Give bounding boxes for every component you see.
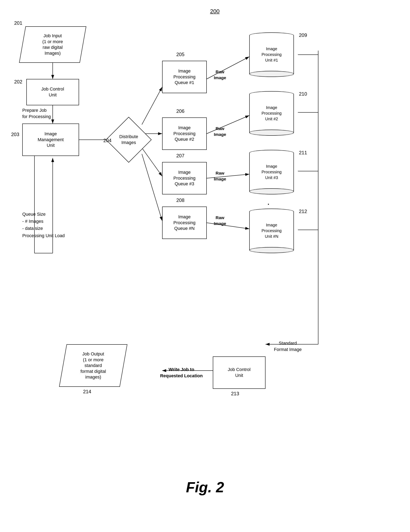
job-control-bottom-label: Job ControlUnit	[228, 367, 251, 378]
ref-206: 206	[176, 108, 185, 114]
ref-202: 202	[14, 79, 22, 85]
queue-size-label: Queue Size- # Images- data sizeProcessin…	[22, 211, 65, 239]
proc-unitN-label: ImageProcessingUnit #N	[262, 222, 282, 239]
proc-unit1-container: ImageProcessingUnit #1	[247, 32, 296, 77]
ref-204: 204	[103, 138, 111, 143]
queue1-box: ImageProcessingQueue #1	[162, 61, 207, 93]
ref-214: 214	[83, 389, 91, 395]
job-input-box: Job Input(1 or moreraw digitalImages)	[19, 26, 86, 63]
ref-201: 201	[14, 20, 22, 26]
queueN-box: ImageProcessingQueue #N	[162, 207, 207, 239]
queueN-label: ImageProcessingQueue #N	[174, 214, 195, 231]
queue2-box: ImageProcessingQueue #2	[162, 117, 207, 150]
diagram-container: 200 Job Input(1 or moreraw digitalImages…	[0, 0, 410, 532]
main-ref-200: 200	[195, 8, 235, 15]
ref-210: 210	[299, 91, 307, 97]
job-input-label: Job Input(1 or moreraw digitalImages)	[42, 33, 63, 56]
job-output-label: Job Output(1 or morestandardformat digit…	[80, 351, 106, 380]
ref-205: 205	[176, 52, 185, 57]
image-mgmt-box: ImageManagementUnit	[22, 124, 79, 156]
proc-unit3-container: ImageProcessingUnit #3	[247, 150, 296, 194]
proc-unit2-label: ImageProcessingUnit #2	[262, 105, 282, 122]
svg-line-8	[207, 57, 249, 79]
ref-212: 212	[299, 209, 307, 214]
write-job-label: Write Job toRequested Location	[154, 367, 209, 379]
queue1-label: ImageProcessingQueue #1	[174, 68, 195, 86]
distribute-diamond: DistributeImages	[112, 124, 145, 156]
job-control-top-label: Job ControlUnit	[41, 86, 64, 98]
queue3-box: ImageProcessingQueue #3	[162, 162, 207, 194]
raw-image-2: RawImage	[214, 125, 226, 137]
job-control-top-box: Job ControlUnit	[26, 79, 79, 105]
ref-207: 207	[176, 153, 185, 159]
ref-213: 213	[231, 391, 239, 397]
ref-211: 211	[299, 150, 307, 155]
svg-line-9	[207, 115, 249, 134]
image-mgmt-label: ImageManagementUnit	[38, 131, 64, 148]
svg-line-6	[142, 148, 162, 176]
ref-209: 209	[299, 32, 307, 38]
standard-format-label: StandardFormat Image	[267, 340, 308, 353]
proc-unit2-container: ImageProcessingUnit #2	[247, 91, 296, 136]
proc-unit3-label: ImageProcessingUnit #3	[262, 163, 282, 180]
prepare-job-label: Prepare Jobfor Processing	[22, 107, 51, 120]
ref-203: 203	[11, 132, 19, 137]
svg-line-4	[142, 87, 162, 124]
fig-title: Fig. 2	[0, 479, 410, 495]
raw-image-3: RawImage	[214, 170, 226, 182]
svg-line-11	[207, 223, 249, 229]
raw-image-N: RawImage	[214, 215, 226, 227]
job-control-bottom-box: Job ControlUnit	[213, 356, 265, 389]
proc-unitN-container: ImageProcessingUnit #N	[247, 209, 296, 253]
ref-208: 208	[176, 198, 185, 203]
job-output-box: Job Output(1 or morestandardformat digit…	[59, 344, 127, 387]
svg-line-7	[142, 154, 162, 221]
queue2-label: ImageProcessingQueue #2	[174, 125, 195, 142]
svg-line-10	[207, 174, 249, 178]
proc-unit1-label: ImageProcessingUnit #1	[262, 46, 282, 63]
queue3-label: ImageProcessingQueue #3	[174, 170, 195, 187]
raw-image-1: RawImage	[214, 69, 226, 81]
distribute-label: DistributeImages	[112, 124, 145, 156]
